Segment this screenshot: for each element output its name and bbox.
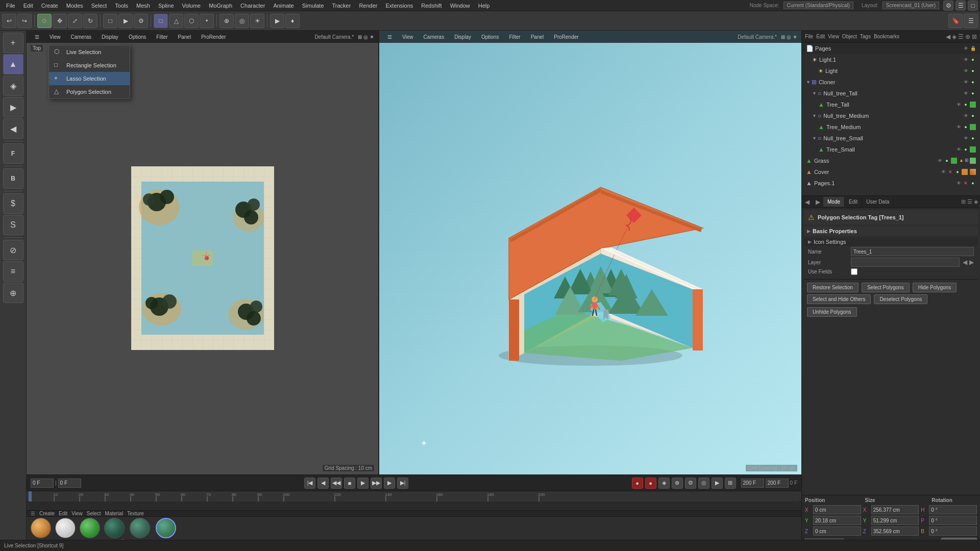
point-mode-btn[interactable]: • [200,14,214,28]
pos-y-input[interactable] [813,516,861,525]
size-y-input[interactable] [871,516,919,525]
mat-hamburger[interactable]: ☰ [31,511,35,516]
tree-tall-mode[interactable]: ● [963,102,969,108]
light-mode[interactable]: ● [970,68,976,74]
render-view-button[interactable]: ▶ [118,14,133,28]
null-med-mode[interactable]: ● [970,113,976,119]
light1-vis[interactable]: 👁 [963,57,969,63]
pos-x-input[interactable] [813,505,861,514]
menu-modes[interactable]: Modes [62,2,87,10]
menu-edit[interactable]: Edit [19,2,37,10]
props-btn[interactable]: ☰ [964,14,978,28]
tl-stop[interactable]: ■ [344,478,355,489]
rpanel-btn5[interactable]: ⊠ [972,33,977,40]
icon-settings-row[interactable]: ▶ Icon Settings [804,238,978,246]
node-space-value[interactable]: Current (Standard/Physical) [783,2,853,9]
move-button[interactable]: ✥ [53,14,67,28]
menu-window[interactable]: Window [446,2,474,10]
menu-spline[interactable]: Spline [154,2,178,10]
null-sm-vis[interactable]: 👁 [963,135,969,141]
tree-med-vis[interactable]: 👁 [955,124,962,130]
basic-props-header[interactable]: ▶ Basic Properties [804,227,978,236]
menu-extensions[interactable]: Extensions [381,2,417,10]
null-med-vis[interactable]: 👁 [963,113,969,119]
current-frame-input[interactable] [31,479,54,488]
left-tool-4[interactable]: ▶ [3,97,23,117]
left-tool-12[interactable]: ⊕ [3,283,23,303]
cloner-vis[interactable]: 👁 [963,79,969,85]
menu-animate[interactable]: Animate [269,2,298,10]
menu-tools[interactable]: Tools [111,2,132,10]
light-btn[interactable]: ☀ [250,14,264,28]
left-tool-10[interactable]: ⊘ [3,240,23,260]
vp-top-display[interactable]: Display [97,31,122,43]
menu-file[interactable]: File [2,2,19,10]
left-tool-9[interactable]: S [3,215,23,235]
redo-button[interactable]: ↪ [17,14,32,28]
render-settings-button[interactable]: ⚙ [134,14,148,28]
keyframe-area[interactable] [27,502,801,511]
vp-3d-btn2[interactable]: ◎ [787,34,791,40]
left-tool-8[interactable]: $ [3,193,23,214]
rpanel-btn2[interactable]: ◈ [952,33,957,40]
props-nav-right[interactable]: ▶ [813,198,823,206]
mat-select[interactable]: Select [87,511,101,516]
node-btn-3[interactable]: □ [968,1,978,11]
grass-mode[interactable]: ● [944,158,950,164]
frame-field-2[interactable] [58,479,81,488]
hierarchy-tree-med[interactable]: ▲ Tree_Medium 👁 ● [802,121,980,133]
menu-tracker[interactable]: Tracker [328,2,355,10]
tl-btn-7[interactable]: ▶ [712,478,723,489]
hierarchy-null-med[interactable]: ▼ ○ Null_tree_Medium 👁 ● [802,110,980,121]
live-selection-button[interactable]: ⬡ [37,14,52,28]
menu-help[interactable]: Help [474,2,494,10]
vp-3d-btn3[interactable]: ☀ [793,34,797,40]
mat-view[interactable]: View [71,511,83,516]
layout-value[interactable]: Screencast_01 (User) [883,2,939,9]
props-icon-2[interactable]: ☰ [967,198,972,205]
vp-top-filter[interactable]: Filter [152,31,172,43]
rpanel-tags[interactable]: Tags [860,34,871,39]
mat-material[interactable]: Material [105,511,124,516]
tab-mode[interactable]: Mode [823,197,845,207]
bookmark-btn[interactable]: 🔖 [948,14,963,28]
key-btn[interactable]: ♦ [285,14,300,28]
use-fields-checkbox[interactable] [851,268,857,275]
viewport-3d[interactable]: ☰ View Cameras Display Options Filter Pa… [379,31,801,474]
xray-btn[interactable]: ◎ [235,14,249,28]
vp-top-menu-icon[interactable]: ☰ [31,31,43,43]
vp-top-prorender[interactable]: ProRender [197,31,230,43]
vp-3d-view[interactable]: View [398,31,418,43]
tl-btn-6[interactable]: ◎ [698,478,709,489]
hierarchy-grass[interactable]: ▲ Grass 👁 ● ▲ ⊞ [802,155,980,166]
tl-record[interactable]: ● [632,478,643,489]
tl-btn-3[interactable]: ◈ [658,478,670,489]
light1-mode[interactable]: ● [970,57,976,63]
hierarchy-light[interactable]: ☀ Light 👁 ● [802,65,980,77]
dropdown-lasso[interactable]: ⌖ Lasso Selection [49,72,130,85]
anim-btn[interactable]: ▶ [270,14,284,28]
cover-del[interactable]: ✕ [947,169,953,175]
tree-tall-vis[interactable]: 👁 [955,102,962,108]
rpanel-btn4[interactable]: ⊕ [965,33,970,40]
tl-btn-5[interactable]: ⚙ [685,478,696,489]
cover-mode[interactable]: ● [954,169,961,175]
vp-3d-prorender[interactable]: ProRender [550,31,582,43]
hierarchy-light1[interactable]: ☀ Light.1 👁 ● [802,54,980,65]
null-tall-vis[interactable]: 👁 [963,90,969,96]
snap-btn[interactable]: ⊕ [219,14,234,28]
rot-p-input[interactable] [929,516,977,525]
hierarchy-tree-tall[interactable]: ▲ Tree_Tall 👁 ● [802,99,980,110]
cover-vis[interactable]: 👁 [940,169,946,175]
tab-user-data[interactable]: User Data [862,197,894,207]
tl-btn-4[interactable]: ⊕ [672,478,683,489]
rpanel-object[interactable]: Object [842,34,857,39]
null-sm-mode[interactable]: ● [970,135,976,141]
menu-volume[interactable]: Volume [178,2,205,10]
vp-top-btn3[interactable]: ☀ [370,34,374,40]
vp-3d-cameras[interactable]: Cameras [420,31,449,43]
props-nav-left[interactable]: ◀ [802,198,813,206]
polygon-mode-btn[interactable]: △ [169,14,183,28]
mat-texture[interactable]: Texture [127,511,144,516]
tree-sm-vis[interactable]: 👁 [955,146,962,153]
